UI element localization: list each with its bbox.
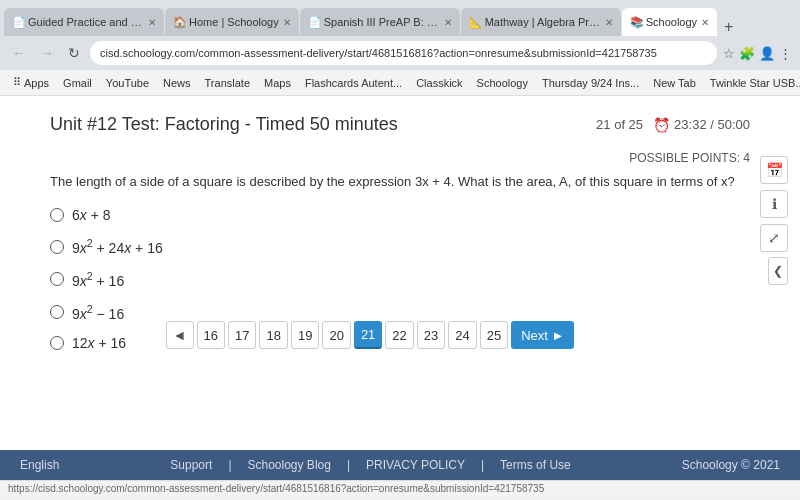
bookmark-gmail[interactable]: Gmail <box>58 76 97 90</box>
new-tab-button[interactable]: + <box>718 18 739 36</box>
test-counter: 21 of 25 <box>596 117 643 132</box>
tab-favicon-3: 📄 <box>308 16 320 28</box>
address-input[interactable] <box>90 41 717 65</box>
question-text: The length of a side of a square is desc… <box>50 173 750 191</box>
bookmark-youtube[interactable]: YouTube <box>101 76 154 90</box>
answer-choice-a[interactable]: 6x + 8 <box>50 207 750 223</box>
possible-points: POSSIBLE POINTS: 4 <box>50 151 750 165</box>
calendar-icon: 📅 <box>766 162 783 178</box>
tab-label-1: Guided Practice and Core Pra... <box>28 16 144 28</box>
forward-button[interactable]: → <box>36 43 58 63</box>
footer-divider-3: | <box>481 458 484 472</box>
radio-b[interactable] <box>50 240 64 254</box>
tab-favicon-2: 🏠 <box>173 16 185 28</box>
bookmark-apps-label: Apps <box>24 77 49 89</box>
next-button[interactable]: Next ► <box>511 321 574 349</box>
pagination-page-20[interactable]: 20 <box>322 321 350 349</box>
answer-choice-c[interactable]: 9x2 + 16 <box>50 270 750 289</box>
pagination-prev-button[interactable]: ◄ <box>166 321 194 349</box>
pagination-page-18[interactable]: 18 <box>259 321 287 349</box>
pagination-page-17[interactable]: 17 <box>228 321 256 349</box>
pagination-page-25[interactable]: 25 <box>480 321 508 349</box>
profile-icon[interactable]: 👤 <box>759 46 775 61</box>
bookmark-newtab[interactable]: New Tab <box>648 76 701 90</box>
menu-icon[interactable]: ⋮ <box>779 46 792 61</box>
bookmarks-bar: ⠿ Apps Gmail YouTube News Translate Maps… <box>0 70 800 96</box>
tab-spanish[interactable]: 📄 Spanish III PreAP B: Section 9... ✕ <box>300 8 460 36</box>
back-button[interactable]: ← <box>8 43 30 63</box>
answer-choice-b[interactable]: 9x2 + 24x + 16 <box>50 237 750 256</box>
bookmark-gmail-label: Gmail <box>63 77 92 89</box>
tab-close-2[interactable]: ✕ <box>283 17 291 28</box>
collapse-icon: ❮ <box>773 264 783 278</box>
bookmark-flashcards-label: Flashcards Autent... <box>305 77 402 89</box>
page-content: Unit #12 Test: Factoring - Timed 50 minu… <box>0 96 800 450</box>
tab-favicon-4: 📐 <box>469 16 481 28</box>
bookmark-schoology-label: Schoology <box>477 77 528 89</box>
collapse-panel-button[interactable]: ❮ <box>768 257 788 285</box>
calendar-icon-button[interactable]: 📅 <box>760 156 788 184</box>
timer-value: 23:32 / 50:00 <box>674 117 750 132</box>
footer: English Support | Schoology Blog | PRIVA… <box>0 450 800 480</box>
footer-support-link[interactable]: Support <box>170 458 212 472</box>
bookmark-classkick-label: Classkick <box>416 77 462 89</box>
footer-privacy-link[interactable]: PRIVACY POLICY <box>366 458 465 472</box>
bookmark-star-icon[interactable]: ☆ <box>723 46 735 61</box>
status-url: https://cisd.schoology.com/common-assess… <box>8 483 544 494</box>
bookmark-flashcards[interactable]: Flashcards Autent... <box>300 76 407 90</box>
bookmark-newtab-label: New Tab <box>653 77 696 89</box>
footer-links: Support | Schoology Blog | PRIVACY POLIC… <box>170 458 570 472</box>
extension-icon[interactable]: 🧩 <box>739 46 755 61</box>
tab-close-1[interactable]: ✕ <box>148 17 156 28</box>
tab-close-5[interactable]: ✕ <box>701 17 709 28</box>
radio-c[interactable] <box>50 272 64 286</box>
bookmark-classkick[interactable]: Classkick <box>411 76 467 90</box>
radio-a[interactable] <box>50 208 64 222</box>
bookmark-translate-label: Translate <box>205 77 250 89</box>
tab-home-schoology[interactable]: 🏠 Home | Schoology ✕ <box>165 8 299 36</box>
footer-blog-link[interactable]: Schoology Blog <box>248 458 331 472</box>
pagination-bar: ◄ 16 17 18 19 20 21 22 23 24 25 Next ► <box>0 311 740 359</box>
apps-bm-icon: ⠿ <box>13 76 21 89</box>
bookmark-translate[interactable]: Translate <box>200 76 255 90</box>
possible-points-value: 4 <box>743 151 750 165</box>
tab-label-2: Home | Schoology <box>189 16 279 28</box>
tab-label-3: Spanish III PreAP B: Section 9... <box>324 16 440 28</box>
tab-close-4[interactable]: ✕ <box>605 17 613 28</box>
bookmark-news[interactable]: News <box>158 76 196 90</box>
tab-close-3[interactable]: ✕ <box>444 17 452 28</box>
info-icon: ℹ <box>772 196 777 212</box>
test-meta: 21 of 25 ⏰ 23:32 / 50:00 <box>596 117 750 133</box>
tab-label-4: Mathway | Algebra Problem S... <box>485 16 601 28</box>
expand-icon-button[interactable]: ⤢ <box>760 224 788 252</box>
bookmark-schoology[interactable]: Schoology <box>472 76 533 90</box>
tab-guided-practice[interactable]: 📄 Guided Practice and Core Pra... ✕ <box>4 8 164 36</box>
info-icon-button[interactable]: ℹ <box>760 190 788 218</box>
bookmark-twinkle-label: Twinkle Star USB... <box>710 77 800 89</box>
tab-mathway[interactable]: 📐 Mathway | Algebra Problem S... ✕ <box>461 8 621 36</box>
bookmark-twinkle[interactable]: Twinkle Star USB... <box>705 76 800 90</box>
pagination-page-16[interactable]: 16 <box>197 321 225 349</box>
bookmark-maps[interactable]: Maps <box>259 76 296 90</box>
tab-favicon-5: 📚 <box>630 16 642 28</box>
footer-divider-1: | <box>228 458 231 472</box>
footer-terms-link[interactable]: Terms of Use <box>500 458 571 472</box>
tab-schoology-active[interactable]: 📚 Schoology ✕ <box>622 8 717 36</box>
refresh-button[interactable]: ↻ <box>64 43 84 63</box>
bookmark-thursday-label: Thursday 9/24 Ins... <box>542 77 639 89</box>
pagination-page-24[interactable]: 24 <box>448 321 476 349</box>
possible-points-label: POSSIBLE POINTS: <box>629 151 740 165</box>
bookmark-thursday[interactable]: Thursday 9/24 Ins... <box>537 76 644 90</box>
test-container: Unit #12 Test: Factoring - Timed 50 minu… <box>0 96 800 375</box>
pagination-page-22[interactable]: 22 <box>385 321 413 349</box>
pagination-page-23[interactable]: 23 <box>417 321 445 349</box>
footer-language: English <box>20 458 59 472</box>
answer-math-b: 9x2 + 24x + 16 <box>72 237 163 256</box>
test-title: Unit #12 Test: Factoring - Timed 50 minu… <box>50 114 398 135</box>
footer-divider-2: | <box>347 458 350 472</box>
pagination-page-19[interactable]: 19 <box>291 321 319 349</box>
bookmark-apps[interactable]: ⠿ Apps <box>8 75 54 90</box>
bookmark-news-label: News <box>163 77 191 89</box>
pagination-page-21[interactable]: 21 <box>354 321 382 349</box>
expand-icon: ⤢ <box>768 230 780 246</box>
